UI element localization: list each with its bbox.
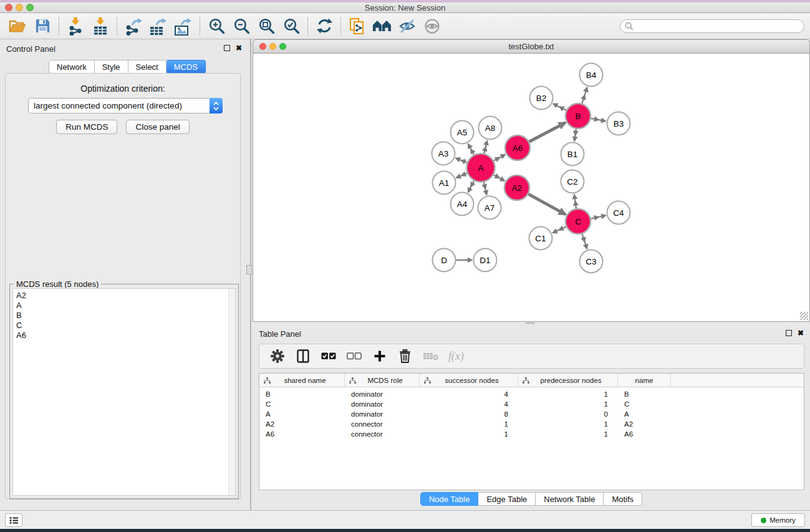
graph-node-A3[interactable]: A3	[432, 142, 455, 165]
search-input[interactable]	[634, 22, 789, 31]
result-scrollbar[interactable]	[228, 289, 235, 495]
first-neighbors-button[interactable]	[370, 15, 395, 37]
graph-node-A7[interactable]: A7	[478, 196, 501, 220]
graph-node-B[interactable]: B	[566, 104, 591, 128]
column-header-predecessor-nodes[interactable]: predecessor nodes	[518, 374, 618, 387]
svg-text:B: B	[575, 112, 581, 121]
result-item: B	[16, 311, 235, 321]
deselect-all-button[interactable]	[342, 346, 365, 367]
graph-node-A4[interactable]: A4	[451, 193, 474, 216]
hide-selected-button[interactable]	[395, 15, 420, 37]
graph-node-B1[interactable]: B1	[561, 143, 584, 166]
zoom-in-button[interactable]	[204, 15, 229, 37]
new-network-document-icon	[349, 17, 365, 36]
delete-table-button[interactable]	[419, 346, 442, 367]
panel-splitter[interactable]	[250, 39, 251, 510]
column-type-icon	[523, 377, 529, 384]
svg-text:A4: A4	[457, 200, 468, 209]
toolbar-separator	[340, 17, 341, 35]
table-row[interactable]: Bdominator 41 B	[259, 389, 804, 399]
tab-select[interactable]: Select	[128, 60, 166, 74]
table-row[interactable]: Cdominator 41 C	[259, 399, 804, 409]
criterion-dropdown[interactable]: largest connected component (directed)	[28, 98, 223, 114]
run-mcds-button[interactable]: Run MCDS	[56, 120, 117, 134]
column-header-mcds-role[interactable]: MCDS role	[345, 374, 420, 387]
graph-node-D1[interactable]: D1	[474, 249, 497, 272]
close-panel-icon[interactable]: ✖	[236, 45, 242, 51]
tab-edge-table[interactable]: Edge Table	[478, 492, 536, 506]
eye-slash-icon	[398, 18, 416, 34]
graph-node-C2[interactable]: C2	[561, 170, 584, 193]
memory-button[interactable]: Memory	[751, 513, 805, 527]
tab-style[interactable]: Style	[95, 60, 128, 74]
graph-node-D[interactable]: D	[433, 249, 456, 272]
resize-grip-icon[interactable]	[800, 312, 808, 320]
export-image-button[interactable]	[171, 15, 196, 37]
save-session-button[interactable]	[30, 15, 55, 37]
table-row[interactable]: A6connector 11 A6	[259, 429, 804, 439]
new-network-from-selection-button[interactable]	[345, 15, 370, 37]
table-settings-button[interactable]	[266, 346, 289, 367]
create-column-button[interactable]	[368, 346, 391, 367]
close-panel-icon[interactable]: ✖	[798, 330, 804, 336]
zoom-out-button[interactable]	[229, 15, 254, 37]
node-table[interactable]: shared name MCDS role successor nodes pr…	[259, 373, 804, 490]
column-type-icon	[264, 377, 271, 384]
graph-node-A2[interactable]: A2	[504, 175, 529, 200]
delete-columns-button[interactable]	[393, 346, 417, 367]
tab-motifs[interactable]: Motifs	[604, 492, 642, 506]
graph-node-C4[interactable]: C4	[607, 201, 630, 225]
zoom-out-icon	[233, 17, 250, 34]
table-row[interactable]: Adominator 80 A	[259, 409, 804, 419]
table-tabs: Node Table Edge Table Network Table Moti…	[253, 492, 810, 506]
export-network-button[interactable]	[121, 15, 146, 37]
tab-network-table[interactable]: Network Table	[536, 492, 604, 506]
column-header-name[interactable]: name	[618, 374, 671, 387]
zoom-fit-button[interactable]	[254, 15, 279, 37]
tab-mcds[interactable]: MCDS	[166, 60, 206, 74]
graph-node-A1[interactable]: A1	[433, 172, 456, 195]
select-all-button[interactable]	[317, 346, 340, 367]
network-window-titlebar[interactable]: testGlobe.txt	[253, 39, 810, 54]
import-table-button[interactable]	[88, 15, 113, 37]
graph-node-A[interactable]: A	[467, 154, 495, 182]
mcds-result-list[interactable]: A2 A B C A6	[12, 288, 236, 496]
graph-node-C[interactable]: C	[566, 209, 591, 234]
float-panel-icon[interactable]	[224, 45, 230, 51]
show-hide-columns-button[interactable]	[291, 346, 314, 367]
graph-node-A6[interactable]: A6	[505, 135, 530, 160]
fx-icon: f(x)	[448, 350, 464, 363]
graph-node-B2[interactable]: B2	[530, 87, 553, 110]
float-panel-icon[interactable]	[786, 330, 792, 336]
export-table-button[interactable]	[146, 15, 171, 37]
mcds-result-title: MCDS result (5 nodes)	[14, 279, 101, 289]
network-canvas[interactable]: B4B2BB3A8A5A6A3B1AC2A1A2A4A7C4CC1DD1C3	[253, 54, 810, 322]
apply-layout-button[interactable]	[312, 15, 337, 37]
graph-node-B4[interactable]: B4	[580, 64, 603, 87]
tab-network[interactable]: Network	[49, 60, 95, 74]
show-panels-button[interactable]	[5, 513, 22, 527]
column-header-successor-nodes[interactable]: successor nodes	[420, 374, 518, 387]
table-panel-title: Table Panel	[259, 329, 301, 339]
network-graph: B4B2BB3A8A5A6A3B1AC2A1A2A4A7C4CC1DD1C3	[253, 54, 809, 321]
graph-node-A5[interactable]: A5	[451, 121, 474, 144]
function-builder-button[interactable]: f(x)	[445, 346, 468, 367]
graph-node-A8[interactable]: A8	[479, 117, 502, 140]
result-item: A	[16, 301, 235, 311]
column-header-shared-name[interactable]: shared name	[259, 374, 345, 387]
graph-node-C1[interactable]: C1	[529, 227, 552, 250]
graph-node-C3[interactable]: C3	[580, 250, 603, 273]
svg-text:B2: B2	[536, 94, 547, 103]
show-all-button[interactable]	[420, 15, 445, 37]
splitter-handle[interactable]	[246, 265, 252, 274]
svg-text:C1: C1	[535, 234, 546, 243]
open-session-button[interactable]	[5, 15, 30, 37]
table-row[interactable]: A2connector 11 A2	[259, 419, 804, 429]
tab-node-table[interactable]: Node Table	[420, 492, 479, 506]
close-panel-button[interactable]: Close panel	[126, 120, 189, 134]
graph-node-B3[interactable]: B3	[607, 112, 630, 135]
search-box[interactable]	[620, 19, 804, 33]
import-network-button[interactable]	[63, 15, 88, 37]
delete-table-icon	[423, 352, 439, 360]
zoom-selected-button[interactable]	[279, 15, 304, 37]
